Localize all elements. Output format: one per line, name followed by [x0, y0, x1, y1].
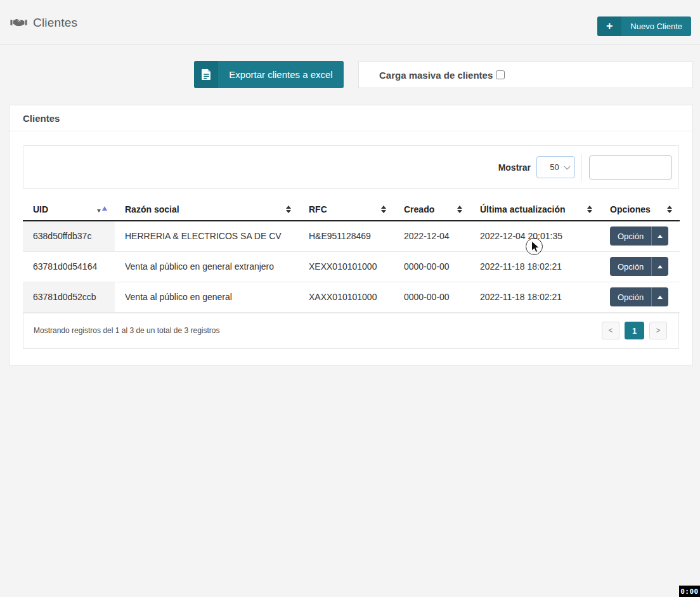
file-excel-icon [194, 61, 218, 88]
cell-razon-social: Venta al público en general [115, 282, 299, 312]
export-clients-button[interactable]: Exportar clientes a excel [194, 61, 344, 88]
bulk-upload-panel: Carga masiva de clientes [358, 62, 693, 88]
column-header-creado[interactable]: Creado [394, 199, 470, 221]
pagination-prev-button[interactable]: < [602, 322, 619, 339]
clients-card-body: Mostrar 50 UID [10, 131, 692, 349]
page-size-select-wrap: 50 [536, 156, 575, 178]
pagination: < 1 > [602, 322, 667, 339]
cell-actualizado: 2022-11-18 18:02:21 [470, 251, 600, 282]
caret-up-icon[interactable] [651, 287, 668, 306]
column-header-rfc[interactable]: RFC [299, 199, 394, 221]
cell-rfc: XAXX010101000 [299, 282, 394, 312]
cell-creado: 2022-12-04 [394, 221, 470, 251]
clients-card-header: Clientes [10, 105, 692, 131]
pagination-next-button[interactable]: > [649, 322, 667, 339]
pagination-page-1-button[interactable]: 1 [625, 322, 644, 339]
column-header-razon-social[interactable]: Razón social [115, 199, 299, 221]
sort-asc-icon[interactable] [97, 206, 107, 213]
table-row: 638d50ffdb37c HERRERIA & ELECTRICOS SA D… [23, 221, 680, 251]
cell-uid: 63781d0d54164 [23, 251, 115, 282]
column-header-opciones[interactable]: Opciones [600, 199, 680, 221]
caret-up-icon[interactable] [651, 257, 668, 276]
controls-divider [581, 154, 582, 181]
show-entries-label: Mostrar [498, 162, 531, 173]
top-bar: Clientes + Nuevo Cliente [0, 0, 700, 45]
option-dropdown-button[interactable]: Opción [610, 257, 668, 276]
cell-actualizado: 2022-11-18 18:02:21 [470, 282, 600, 312]
column-header-uid[interactable]: UID [23, 199, 115, 221]
cell-actualizado: 2022-12-04 20:01:35 [470, 221, 600, 251]
cell-opciones: Opción [600, 251, 680, 282]
new-client-label[interactable]: Nuevo Cliente [621, 16, 691, 36]
option-dropdown-button[interactable]: Opción [610, 226, 668, 246]
table-footer: Mostrando registros del 1 al 3 de un tot… [23, 313, 679, 349]
handshake-icon [10, 16, 27, 29]
clients-table: UID Razón social [23, 199, 680, 313]
table-header-row: UID Razón social [23, 199, 680, 221]
sort-both-icon[interactable] [587, 206, 592, 213]
plus-icon[interactable]: + [597, 16, 621, 36]
cell-opciones: Opción [600, 221, 680, 251]
sort-both-icon[interactable] [457, 206, 462, 213]
page-size-select[interactable]: 50 [536, 156, 575, 178]
cell-razon-social: Venta al público en general extranjero [115, 251, 299, 282]
search-input[interactable] [589, 155, 672, 180]
cell-opciones: Opción [600, 282, 680, 312]
cell-rfc: H&E951128469 [299, 221, 394, 251]
sort-both-icon[interactable] [381, 206, 386, 213]
bulk-upload-label: Carga masiva de clientes [379, 70, 493, 81]
table-controls: Mostrar 50 [23, 145, 679, 189]
caret-up-icon[interactable] [651, 226, 668, 246]
option-dropdown-button[interactable]: Opción [610, 287, 668, 306]
sort-both-icon[interactable] [667, 206, 672, 213]
column-header-ultima-actualizacion[interactable]: Última actualización [470, 199, 600, 221]
clients-card: Clientes Mostrar 50 [9, 105, 693, 365]
cell-creado: 0000-00-00 [394, 251, 470, 282]
cell-rfc: XEXX010101000 [299, 251, 394, 282]
table-row: 63781d0d54164 Venta al público en genera… [23, 251, 680, 282]
new-client-button[interactable]: + Nuevo Cliente [597, 16, 691, 36]
page-header: Clientes [10, 0, 77, 45]
cell-razon-social: HERRERIA & ELECTRICOS SA DE CV [115, 221, 299, 251]
recording-timer: 0:00 [679, 586, 700, 597]
sort-both-icon[interactable] [286, 206, 291, 213]
cell-uid: 638d50ffdb37c [23, 221, 115, 251]
records-info: Mostrando registros del 1 al 3 de un tot… [34, 326, 220, 335]
clients-card-title: Clientes [23, 113, 60, 124]
cell-uid: 63781d0d52ccb [23, 282, 115, 312]
export-clients-label: Exportar clientes a excel [218, 61, 344, 88]
cell-creado: 0000-00-00 [394, 282, 470, 312]
page-title: Clientes [33, 16, 77, 30]
bulk-upload-checkbox[interactable] [496, 70, 505, 79]
table-row: 63781d0d52ccb Venta al público en genera… [23, 282, 680, 312]
